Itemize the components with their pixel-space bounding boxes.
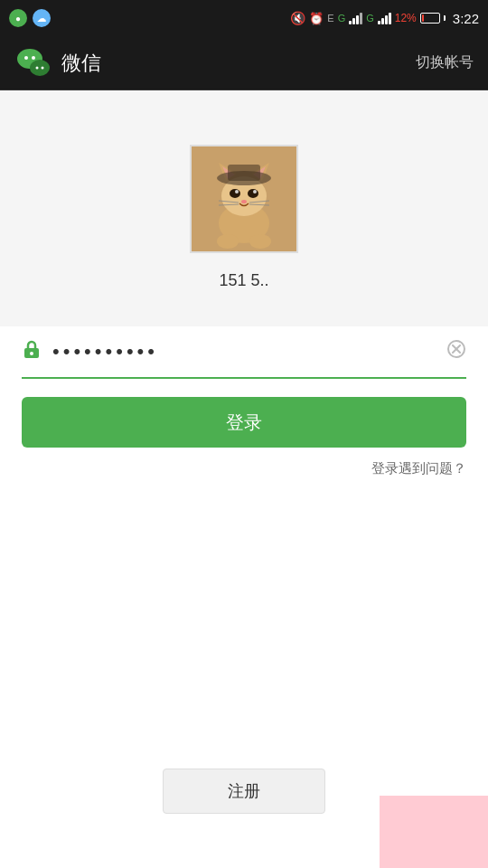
svg-point-2: [24, 56, 28, 60]
login-button[interactable]: 登录: [22, 397, 466, 448]
wechat-logo: [14, 44, 52, 82]
status-bar: ● ☁ 🔇 ⏰ E G G 12% 3:22: [0, 0, 488, 36]
password-row: ••••••••••: [22, 326, 466, 379]
password-input[interactable]: ••••••••••: [52, 340, 436, 363]
avatar-container: [190, 145, 298, 253]
app-icon-1: ●: [9, 9, 27, 27]
pink-corner-decoration: [380, 796, 488, 868]
svg-point-16: [253, 190, 257, 193]
svg-rect-23: [228, 165, 260, 181]
svg-point-13: [230, 189, 240, 198]
title-bar: 微信 切换帐号: [0, 36, 488, 90]
svg-point-4: [36, 66, 39, 69]
status-right-icons: 🔇 ⏰ E G G 12% 3:22: [290, 11, 479, 26]
app-title: 微信: [61, 50, 101, 77]
app-icon-2: ☁: [33, 9, 51, 27]
network-g2-icon: G: [366, 13, 374, 24]
network-e-icon: E: [327, 13, 333, 24]
clear-button[interactable]: [446, 339, 466, 364]
login-help-link[interactable]: 登录遇到问题？: [371, 460, 466, 476]
svg-point-24: [217, 234, 239, 249]
lock-icon: [22, 339, 42, 364]
status-time: 3:22: [453, 11, 479, 26]
title-left: 微信: [14, 44, 101, 82]
mute-icon: 🔇: [290, 11, 305, 25]
svg-point-25: [249, 234, 271, 249]
register-button[interactable]: 注册: [163, 769, 325, 814]
svg-point-3: [32, 56, 35, 60]
login-btn-container: 登录: [0, 379, 488, 448]
svg-point-27: [30, 352, 33, 355]
clock-icon: ⏰: [309, 12, 324, 25]
username-display: 151 5..: [219, 271, 268, 290]
battery-icon: [420, 13, 440, 24]
battery-percent: 12%: [395, 12, 417, 24]
svg-point-5: [42, 66, 44, 69]
battery-tip: [444, 15, 446, 21]
signal-bars-2: [378, 12, 391, 24]
avatar-image: [192, 146, 296, 251]
login-help-section: 登录遇到问题？: [0, 448, 488, 490]
svg-point-15: [235, 190, 239, 193]
input-section: ••••••••••: [0, 326, 488, 379]
main-content: 151 5.. ••••••••••: [0, 90, 488, 490]
status-left-icons: ● ☁: [9, 9, 51, 27]
svg-point-1: [30, 60, 50, 76]
switch-account-button[interactable]: 切换帐号: [416, 53, 474, 72]
svg-point-17: [241, 200, 247, 203]
svg-point-14: [248, 189, 258, 198]
network-g-icon: G: [338, 13, 346, 24]
signal-bars-1: [349, 12, 362, 24]
